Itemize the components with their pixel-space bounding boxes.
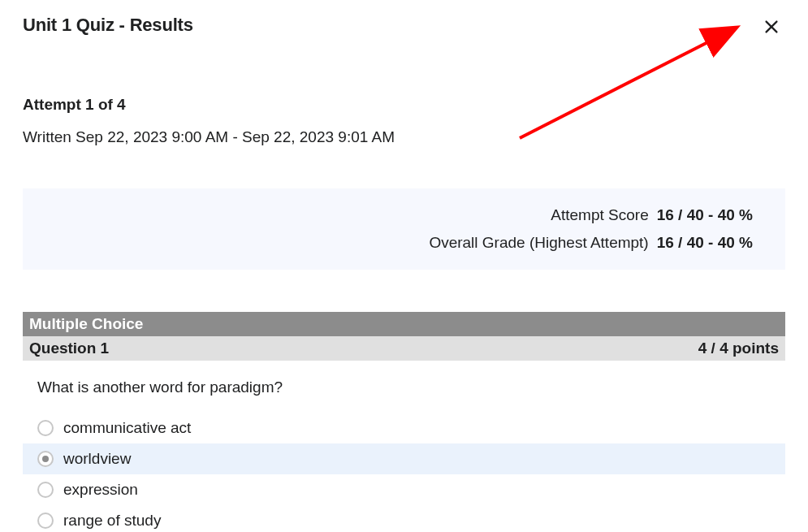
option-label: expression — [63, 481, 138, 499]
option-3[interactable]: range of study — [23, 505, 785, 532]
close-icon — [763, 18, 780, 36]
radio-icon — [37, 513, 54, 529]
option-2[interactable]: expression — [23, 474, 785, 505]
attempt-score-label: Attempt Score — [551, 206, 648, 224]
radio-icon — [37, 451, 54, 467]
modal-header: Unit 1 Quiz - Results — [0, 0, 808, 39]
attempt-label: Attempt 1 of 4 — [23, 96, 785, 114]
overall-grade-row: Overall Grade (Highest Attempt) 16 / 40 … — [41, 234, 753, 252]
question-type-header: Multiple Choice — [23, 312, 785, 336]
attempt-timestamp: Written Sep 22, 2023 9:00 AM - Sep 22, 2… — [23, 128, 785, 146]
question-number-label: Question 1 — [29, 340, 109, 357]
overall-grade-value: 16 / 40 - 40 % — [657, 234, 753, 252]
radio-icon — [37, 420, 54, 436]
option-1[interactable]: worldview — [23, 443, 785, 474]
option-0[interactable]: communicative act — [23, 413, 785, 443]
page-title: Unit 1 Quiz - Results — [23, 15, 193, 36]
question-section: Multiple Choice Question 1 4 / 4 points … — [23, 312, 785, 532]
option-label: range of study — [63, 512, 161, 530]
question-header: Question 1 4 / 4 points — [23, 336, 785, 361]
question-text: What is another word for paradigm? — [23, 361, 785, 413]
score-summary: Attempt Score 16 / 40 - 40 % Overall Gra… — [23, 188, 785, 270]
option-label: worldview — [63, 450, 131, 468]
option-label: communicative act — [63, 419, 191, 437]
radio-icon — [37, 482, 54, 498]
overall-grade-label: Overall Grade (Highest Attempt) — [429, 234, 648, 252]
attempt-score-value: 16 / 40 - 40 % — [657, 206, 753, 224]
attempt-score-row: Attempt Score 16 / 40 - 40 % — [41, 206, 753, 224]
options-list: communicative act worldview expression r… — [23, 413, 785, 532]
close-button[interactable] — [759, 15, 784, 39]
attempt-info: Attempt 1 of 4 Written Sep 22, 2023 9:00… — [0, 96, 808, 146]
question-points: 4 / 4 points — [698, 340, 779, 357]
